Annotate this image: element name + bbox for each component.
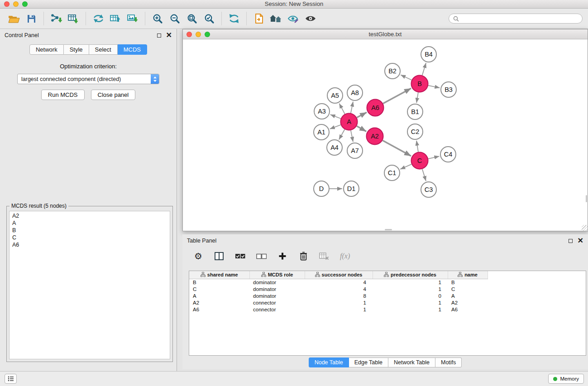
memory-button[interactable]: Memory bbox=[548, 374, 584, 384]
mcds-result-item[interactable]: A6 bbox=[10, 241, 170, 248]
delete-column-button[interactable] bbox=[298, 251, 308, 262]
graph-node-A8[interactable]: A8 bbox=[347, 85, 363, 100]
graph-node-B[interactable]: B bbox=[411, 76, 428, 92]
zoom-in-button[interactable] bbox=[149, 11, 166, 26]
graph-node-A[interactable]: A bbox=[341, 114, 358, 130]
tab-network[interactable]: Network bbox=[29, 44, 64, 55]
graph-node-D1[interactable]: D1 bbox=[344, 181, 359, 196]
graph-edge-C-C4[interactable] bbox=[428, 156, 439, 158]
graph-edge-A-A1[interactable] bbox=[330, 125, 341, 129]
zoom-out-button[interactable] bbox=[166, 11, 183, 26]
zoom-fit-button[interactable] bbox=[183, 11, 201, 26]
save-session-button[interactable] bbox=[23, 11, 40, 26]
graph-edge-C-C1[interactable] bbox=[400, 164, 411, 169]
table-row[interactable]: Bdominator41B bbox=[189, 279, 586, 286]
home-button[interactable] bbox=[268, 11, 285, 26]
mcds-result-item[interactable]: C bbox=[10, 234, 170, 241]
delete-table-button[interactable] bbox=[319, 251, 329, 262]
graph-node-A6[interactable]: A6 bbox=[367, 100, 384, 116]
show-hide-panel-button[interactable] bbox=[302, 11, 319, 26]
graph-node-C3[interactable]: C3 bbox=[421, 182, 436, 197]
graph-node-A4[interactable]: A4 bbox=[327, 140, 342, 155]
graph-edge-A6-B[interactable] bbox=[383, 88, 411, 103]
graph-node-B3[interactable]: B3 bbox=[441, 82, 456, 97]
mcds-result-list[interactable]: A2ABCA6 bbox=[9, 211, 170, 359]
table-row[interactable]: Adominator80A bbox=[189, 292, 586, 299]
close-table-panel-icon[interactable]: ✕ bbox=[578, 238, 583, 243]
add-column-button[interactable] bbox=[277, 251, 287, 262]
zoom-network-window-icon[interactable] bbox=[205, 32, 210, 37]
graph-node-B1[interactable]: B1 bbox=[407, 104, 423, 119]
search-input[interactable] bbox=[461, 15, 578, 22]
close-panel-icon[interactable]: ✕ bbox=[166, 33, 172, 38]
graph-edge-B-B4[interactable] bbox=[422, 63, 426, 75]
close-network-window-icon[interactable] bbox=[186, 32, 192, 37]
zoom-window-icon[interactable] bbox=[22, 1, 28, 7]
minimize-window-icon[interactable] bbox=[13, 1, 19, 7]
table-row[interactable]: A2connector11A2 bbox=[189, 299, 586, 306]
mcds-result-item[interactable]: B bbox=[10, 227, 170, 234]
import-network-button[interactable] bbox=[48, 11, 65, 26]
close-window-icon[interactable] bbox=[4, 1, 10, 7]
graph-edge-A-A4[interactable] bbox=[339, 129, 345, 140]
select-all-button[interactable] bbox=[235, 251, 245, 262]
graph-edge-B-B3[interactable] bbox=[428, 86, 440, 88]
column-header-name[interactable]: name bbox=[448, 271, 488, 279]
search-field[interactable] bbox=[449, 14, 583, 24]
graph-node-D[interactable]: D bbox=[314, 181, 329, 196]
tab-style[interactable]: Style bbox=[64, 44, 89, 55]
column-header-MCDS-role[interactable]: MCDS role bbox=[249, 271, 305, 279]
graph-edge-A-A5[interactable] bbox=[339, 104, 344, 114]
tab-network-table[interactable]: Network Table bbox=[388, 357, 435, 367]
resize-grip[interactable] bbox=[582, 225, 588, 231]
function-builder-button[interactable]: f(x) bbox=[340, 251, 350, 262]
column-header-shared-name[interactable]: shared name bbox=[189, 271, 249, 279]
export-network-button[interactable] bbox=[90, 11, 107, 26]
graph-edge-B-B1[interactable] bbox=[416, 92, 418, 103]
tab-motifs[interactable]: Motifs bbox=[435, 357, 462, 367]
graph-edge-B-B2[interactable] bbox=[401, 75, 411, 80]
graph-edge-A-A2[interactable] bbox=[357, 126, 366, 132]
graph-edge-A-A6[interactable] bbox=[357, 112, 367, 118]
column-header-successor-nodes[interactable]: successor nodes bbox=[305, 271, 373, 279]
graph-node-B2[interactable]: B2 bbox=[385, 63, 400, 79]
first-neighbors-button[interactable] bbox=[250, 11, 268, 26]
vertical-scrollbar[interactable] bbox=[586, 195, 587, 202]
network-canvas[interactable]: B4B2BB3A5A8A6A3B1AA1C2A2A4A7C4CC1C3DD1 bbox=[183, 39, 588, 231]
show-columns-button[interactable] bbox=[214, 251, 224, 262]
zoom-selected-button[interactable] bbox=[201, 11, 218, 26]
run-mcds-button[interactable]: Run MCDS bbox=[41, 90, 85, 100]
graph-node-B4[interactable]: B4 bbox=[421, 47, 436, 62]
table-row[interactable]: Cdominator41C bbox=[189, 286, 586, 292]
graph-node-C1[interactable]: C1 bbox=[384, 165, 400, 181]
mcds-result-item[interactable]: A2 bbox=[10, 212, 170, 219]
graphics-details-button[interactable] bbox=[285, 11, 302, 26]
criterion-dropdown[interactable]: largest connected component (directed) bbox=[17, 74, 159, 84]
apply-layout-button[interactable] bbox=[225, 11, 243, 26]
task-history-button[interactable] bbox=[5, 374, 17, 384]
export-table-button[interactable] bbox=[107, 11, 124, 26]
graph-edge-C-C2[interactable] bbox=[416, 141, 418, 152]
graph-node-C[interactable]: C bbox=[411, 152, 428, 169]
graph-node-C2[interactable]: C2 bbox=[407, 124, 423, 139]
horizontal-scrollbar[interactable] bbox=[385, 229, 392, 230]
tab-mcds[interactable]: MCDS bbox=[118, 44, 147, 55]
tab-edge-table[interactable]: Edge Table bbox=[349, 357, 388, 367]
graph-node-A7[interactable]: A7 bbox=[347, 143, 363, 158]
graph-node-A3[interactable]: A3 bbox=[314, 104, 330, 119]
table-row[interactable]: A6connector11A6 bbox=[189, 306, 586, 313]
float-table-panel-icon[interactable] bbox=[569, 239, 573, 243]
graph-node-A2[interactable]: A2 bbox=[367, 128, 383, 145]
float-panel-icon[interactable] bbox=[157, 33, 161, 38]
close-panel-button[interactable]: Close panel bbox=[91, 90, 136, 100]
deselect-all-button[interactable] bbox=[256, 251, 267, 262]
graph-edge-C-C3[interactable] bbox=[422, 169, 426, 181]
graph-edge-A-A8[interactable] bbox=[351, 102, 353, 113]
graph-node-A1[interactable]: A1 bbox=[314, 124, 329, 140]
mcds-result-item[interactable]: A bbox=[10, 219, 170, 227]
tab-select[interactable]: Select bbox=[89, 44, 118, 55]
table-mode-button[interactable]: ⚙ bbox=[193, 251, 203, 262]
graph-node-A5[interactable]: A5 bbox=[327, 88, 343, 103]
graph-node-C4[interactable]: C4 bbox=[440, 147, 456, 162]
open-session-button[interactable] bbox=[5, 11, 23, 26]
